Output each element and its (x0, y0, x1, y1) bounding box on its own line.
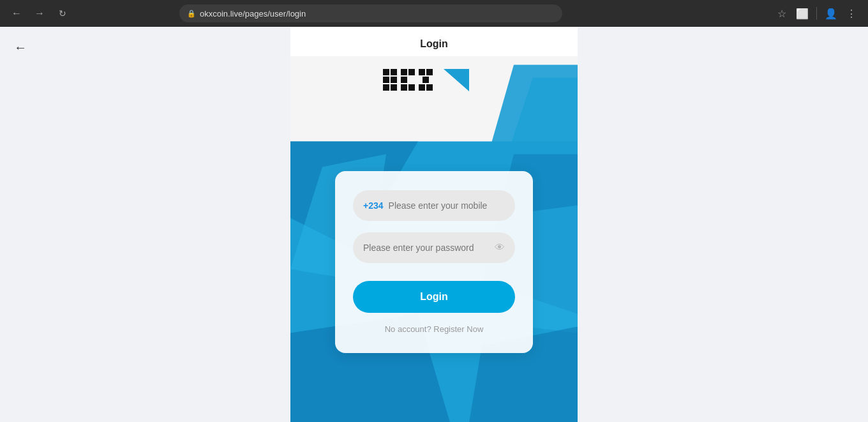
forward-nav-button[interactable]: → (31, 4, 49, 22)
svg-rect-17 (401, 69, 407, 75)
page-content: ← Login (0, 27, 868, 422)
password-input-wrapper: 👁 (353, 232, 515, 263)
divider (816, 7, 817, 20)
browser-right-controls: ☆ ⬜ 👤 ⋮ (773, 4, 860, 22)
browser-chrome: ← → ↻ 🔒 okxcoin.live/pages/user/login ☆ … (0, 0, 868, 27)
svg-rect-21 (408, 84, 415, 91)
menu-button[interactable]: ⋮ (842, 4, 860, 22)
svg-marker-27 (444, 69, 469, 91)
svg-rect-20 (408, 69, 415, 75)
svg-rect-23 (426, 69, 433, 75)
register-link[interactable]: No account? Register Now (353, 324, 515, 334)
svg-rect-25 (419, 84, 425, 91)
bookmark-button[interactable]: ☆ (773, 4, 791, 22)
extensions-button[interactable]: ⬜ (793, 4, 811, 22)
phone-prefix: +234 (363, 200, 384, 211)
eye-toggle-icon[interactable]: 👁 (495, 242, 505, 253)
profile-button[interactable]: 👤 (822, 4, 840, 22)
reload-button[interactable]: ↻ (54, 4, 71, 22)
login-button[interactable]: Login (353, 281, 515, 313)
svg-rect-26 (426, 84, 433, 91)
phone-input-wrapper: +234 (353, 190, 515, 221)
logo-area (383, 63, 485, 94)
svg-rect-19 (401, 84, 407, 91)
page-back-button[interactable]: ← (10, 37, 31, 57)
svg-rect-11 (383, 69, 389, 75)
login-form-card: +234 👁 Login No account? Register Now (335, 171, 533, 353)
brand-logo (383, 66, 485, 91)
svg-rect-18 (401, 77, 407, 83)
page-title: Login (290, 27, 578, 56)
password-form-group: 👁 (353, 232, 515, 263)
main-container: Login (290, 27, 578, 422)
url-text: okxcoin.live/pages/user/login (200, 9, 306, 19)
lock-icon: 🔒 (187, 10, 196, 18)
svg-rect-22 (419, 69, 425, 75)
svg-rect-14 (391, 77, 397, 83)
password-input[interactable] (363, 243, 490, 253)
phone-form-group: +234 (353, 190, 515, 221)
svg-rect-16 (391, 84, 397, 91)
svg-rect-15 (383, 84, 389, 91)
svg-rect-12 (391, 69, 397, 75)
svg-rect-13 (383, 77, 389, 83)
address-bar: 🔒 okxcoin.live/pages/user/login (179, 4, 562, 22)
phone-input[interactable] (389, 200, 505, 211)
back-nav-button[interactable]: ← (8, 4, 26, 22)
svg-rect-24 (423, 77, 429, 83)
